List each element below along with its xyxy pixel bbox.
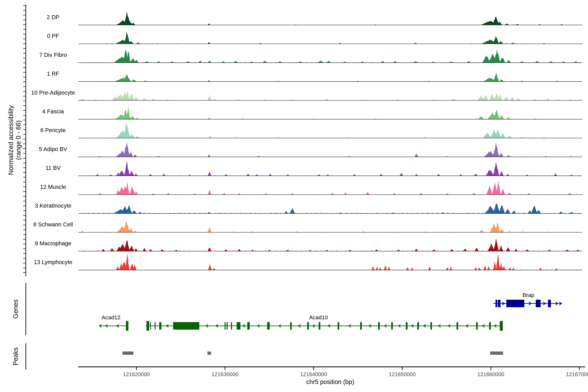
gene-exon-Acad10 bbox=[267, 322, 270, 330]
signal-area-0-PF bbox=[78, 31, 582, 44]
called-peak-region bbox=[208, 352, 211, 355]
gene-exon-Acad10 bbox=[231, 322, 232, 330]
track-label-7-Div-Fibro: 7 Div Fibro bbox=[39, 52, 67, 58]
track-label-11-BV: 11 BV bbox=[46, 165, 61, 171]
track-label-12-Muscle: 12 Muscle bbox=[40, 184, 66, 190]
gene-exon-Acad10 bbox=[146, 321, 149, 331]
gene-exon-Acad10 bbox=[290, 322, 292, 330]
track-label-9-Macrophage: 9 Macrophage bbox=[35, 240, 72, 247]
signal-area-2-DP bbox=[78, 12, 582, 25]
gene-exon-Acad10 bbox=[247, 322, 250, 330]
signal-area-10-Pre-Adipocyte bbox=[78, 92, 582, 100]
signal-area-5-Adipo-BV bbox=[78, 142, 582, 157]
gene-exon-Acad10 bbox=[500, 321, 503, 331]
signal-area-11-BV bbox=[78, 162, 582, 176]
gene-exon-Acad10 bbox=[360, 322, 362, 330]
track-label-10-Pre-Adipocyte: 10 Pre-Adipocyte bbox=[31, 89, 75, 96]
gene-exon-Acad10 bbox=[159, 322, 161, 330]
y-axis-label-line1: Normalized accessibility bbox=[7, 105, 14, 175]
signal-area-6-Pericyte bbox=[78, 123, 582, 138]
track-label-3-Keratinocyte: 3 Keratinocyte bbox=[35, 202, 72, 209]
track-label-13-Lymphocyte: 13 Lymphocyte bbox=[34, 259, 72, 266]
gene-exon-Brap bbox=[496, 300, 497, 307]
gene-exon-Acad10 bbox=[338, 322, 339, 330]
signal-area-9-Macrophage bbox=[78, 239, 582, 251]
track-label-1-RF: 1 RF bbox=[47, 70, 59, 77]
x-tick-label-121670000: 121670000 bbox=[566, 371, 588, 378]
gene-label-Brap: Brap bbox=[522, 292, 534, 298]
signal-area-4-Fascia bbox=[78, 107, 582, 119]
gene-exon-Acad10 bbox=[430, 322, 432, 330]
gene-exon-Acad10 bbox=[224, 322, 226, 330]
gene-exon-Acad10 bbox=[489, 322, 491, 330]
peaks-section-label: Peaks bbox=[12, 347, 19, 366]
track-label-2-DP: 2 DP bbox=[47, 14, 60, 20]
track-label-4-Fascia: 4 Fascia bbox=[42, 108, 64, 115]
signal-area-8-Schwann-Cell bbox=[78, 222, 582, 232]
signal-area-7-Div-Fibro bbox=[78, 49, 582, 63]
tracks-canvas bbox=[0, 0, 588, 392]
gene-label-Acad10: Acad10 bbox=[309, 314, 328, 320]
track-label-5-Adipo-BV: 5 Adipo BV bbox=[39, 146, 67, 152]
gene-exon-Brap bbox=[548, 300, 551, 307]
x-tick-label-121620000: 121620000 bbox=[123, 371, 150, 378]
gene-exon-Acad10 bbox=[226, 322, 228, 330]
gene-exon-Acad10 bbox=[307, 322, 309, 330]
gene-exon-Acad10 bbox=[173, 322, 199, 330]
signal-area-12-Muscle bbox=[78, 180, 582, 194]
x-tick-label-121650000: 121650000 bbox=[389, 371, 416, 378]
x-tick-label-121660000: 121660000 bbox=[477, 371, 504, 378]
gene-exon-Acad10 bbox=[391, 322, 393, 330]
gene-label-Acad12: Acad12 bbox=[102, 314, 120, 320]
gene-exon-Acad10 bbox=[155, 322, 156, 330]
gene-exon-Acad10 bbox=[417, 322, 419, 330]
gene-exon-Brap bbox=[506, 300, 524, 307]
genome-browser-figure: Normalized accessibility (range 0 - 66) … bbox=[0, 0, 588, 392]
gene-exon-Acad10 bbox=[237, 322, 240, 330]
gene-exon-Acad10 bbox=[319, 322, 320, 330]
x-tick-label-121630000: 121630000 bbox=[212, 371, 238, 378]
gene-exon-Acad10 bbox=[378, 322, 380, 330]
y-axis-label-line2: (range 0 - 66) bbox=[15, 120, 22, 160]
gene-exon-Acad10 bbox=[150, 322, 151, 330]
gene-exon-Brap bbox=[536, 300, 541, 307]
gene-exon-Acad10 bbox=[456, 322, 458, 330]
gene-exon-Acad10 bbox=[406, 322, 408, 330]
track-label-8-Schwann-Cell: 8 Schwann Cell bbox=[33, 221, 73, 228]
x-axis-title: chr5 position (bp) bbox=[306, 378, 354, 386]
track-label-0-PF: 0 PF bbox=[47, 33, 59, 39]
signal-area-13-Lymphocyte bbox=[78, 254, 582, 270]
x-tick-label-121640000: 121640000 bbox=[300, 371, 327, 378]
called-peak-region bbox=[490, 352, 503, 355]
gene-exon-Brap bbox=[498, 300, 500, 307]
track-label-6-Pericyte: 6 Pericyte bbox=[40, 127, 66, 134]
called-peak-region bbox=[122, 352, 134, 355]
gene-exon-Acad12 bbox=[126, 321, 128, 331]
signal-area-3-Keratinocyte bbox=[78, 204, 582, 214]
genes-section-label: Genes bbox=[12, 300, 19, 319]
signal-area-1-RF bbox=[78, 73, 582, 82]
gene-exon-Acad10 bbox=[476, 322, 478, 330]
